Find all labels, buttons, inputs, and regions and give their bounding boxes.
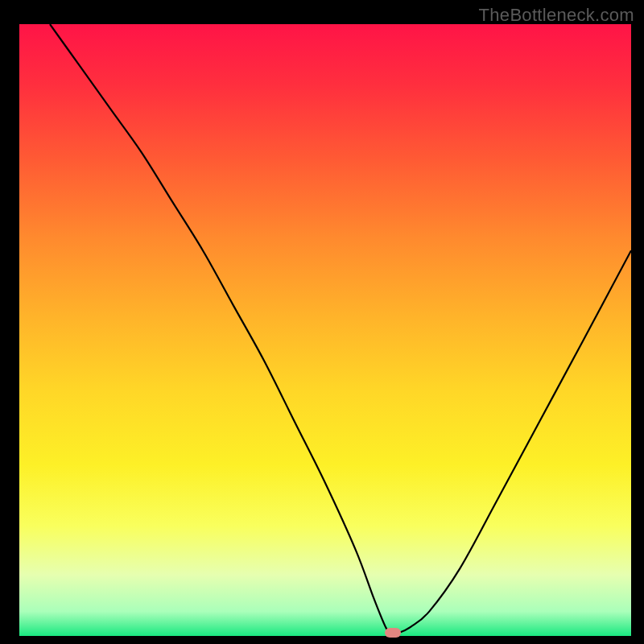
watermark-text: TheBottleneck.com — [479, 5, 634, 26]
gradient-background — [19, 24, 631, 636]
bottleneck-plot — [19, 24, 631, 636]
optimum-marker — [385, 628, 401, 638]
chart-frame: TheBottleneck.com — [0, 0, 644, 644]
